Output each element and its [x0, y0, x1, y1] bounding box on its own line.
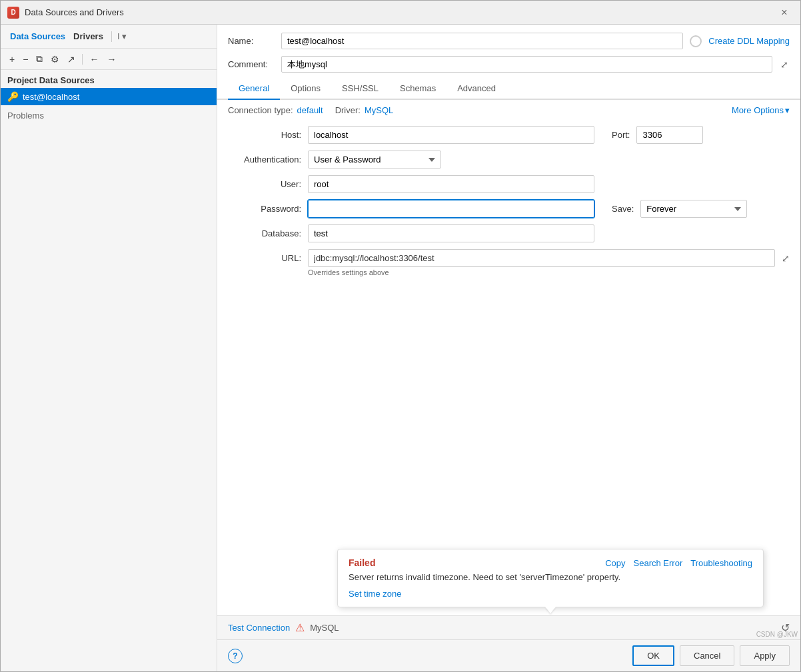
sidebar-toolbar: + − ⧉ ⚙ ↗ ← → [1, 49, 217, 70]
dialog-footer: ? OK Cancel Apply [217, 639, 800, 671]
error-message: Server returns invalid timezone. Need to… [349, 572, 752, 582]
help-button[interactable]: ? [228, 649, 243, 663]
url-hint: Overrides settings above [308, 268, 790, 276]
password-row: Password: Save: Forever [228, 200, 790, 218]
footer-bar: Failed Copy Search Error Troubleshooting… [217, 615, 800, 639]
auth-row: Authentication: User & Password [228, 151, 790, 168]
footer-buttons: OK Cancel Apply [632, 645, 790, 666]
name-label: Name: [228, 36, 275, 46]
error-failed-label: Failed [349, 557, 375, 568]
close-button[interactable]: × [775, 5, 794, 20]
settings-button[interactable]: ⚙ [47, 52, 63, 67]
name-row: Name: Create DDL Mapping [217, 25, 800, 53]
add-button[interactable]: + [6, 52, 18, 67]
window-title: Data Sources and Drivers [25, 7, 124, 17]
auth-select[interactable]: User & Password [308, 151, 441, 168]
main-content: Data Sources Drivers I ▾ + − ⧉ ⚙ ↗ ← → P… [1, 25, 800, 671]
separator [111, 31, 112, 42]
apply-button[interactable]: Apply [740, 645, 790, 666]
copy-button[interactable]: ⧉ [33, 51, 46, 67]
search-error-link[interactable]: Search Error [634, 558, 683, 568]
connection-info-row: Connection type: default Driver: MySQL M… [217, 100, 800, 121]
right-panel: Name: Create DDL Mapping Comment: ⤢ Gene… [217, 25, 800, 671]
auth-label: Authentication: [228, 155, 301, 165]
url-label: URL: [228, 253, 301, 263]
comment-row: Comment: ⤢ [217, 53, 800, 78]
host-row: Host: Port: [228, 126, 790, 144]
name-input[interactable] [281, 33, 683, 49]
error-popup: Failed Copy Search Error Troubleshooting… [337, 549, 764, 607]
remove-button[interactable]: − [19, 52, 31, 67]
url-row-inner: URL: ⤢ [228, 249, 790, 267]
troubleshooting-link[interactable]: Troubleshooting [690, 558, 752, 568]
title-bar-left: D Data Sources and Drivers [7, 7, 124, 19]
database-row: Database: [228, 224, 790, 242]
url-row: URL: ⤢ Overrides settings above [228, 249, 790, 276]
conn-type-value[interactable]: default [297, 105, 323, 115]
sidebar-item-test-localhost[interactable]: 🔑 test@localhost [1, 88, 217, 105]
user-row: User: [228, 175, 790, 193]
test-connection-link[interactable]: Test Connection [228, 623, 290, 633]
tab-schemas[interactable]: Schemas [389, 78, 446, 100]
password-label: Password: [228, 204, 301, 214]
driver-value[interactable]: MySQL [365, 105, 393, 115]
toolbar-divider [82, 54, 83, 65]
tab-advanced[interactable]: Advanced [446, 78, 506, 100]
data-sources-tab[interactable]: Data Sources [7, 30, 68, 43]
app-icon: D [7, 7, 19, 19]
sidebar-tabs: Data Sources Drivers I ▾ [1, 25, 217, 49]
comment-label: Comment: [228, 59, 275, 69]
database-icon: 🔑 [7, 91, 19, 102]
project-data-sources-label: Project Data Sources [1, 70, 217, 88]
conn-type-label: Connection type: [228, 105, 293, 115]
set-timezone-link[interactable]: Set time zone [349, 589, 402, 599]
error-header: Failed Copy Search Error Troubleshooting [349, 557, 752, 568]
host-input[interactable] [308, 126, 594, 144]
cancel-button[interactable]: Cancel [680, 645, 734, 666]
sidebar-item-label: test@localhost [23, 92, 79, 102]
watermark: CSDN @JKW [756, 631, 798, 638]
forward-button[interactable]: → [103, 52, 119, 67]
user-input[interactable] [308, 175, 594, 193]
create-ddl-link[interactable]: Create DDL Mapping [708, 36, 790, 46]
driver-label: Driver: [335, 105, 361, 115]
ok-button[interactable]: OK [632, 645, 674, 666]
comment-input[interactable] [281, 56, 772, 73]
host-label: Host: [228, 130, 301, 140]
database-input[interactable] [308, 224, 594, 242]
back-button[interactable]: ← [86, 52, 102, 67]
user-label: User: [228, 179, 301, 189]
password-input[interactable] [308, 200, 594, 218]
more-options-link[interactable]: More Options ▾ [732, 105, 790, 115]
status-warning-icon: ⚠ [295, 621, 305, 634]
url-expand-button[interactable]: ⤢ [782, 253, 790, 264]
port-input[interactable] [636, 126, 703, 144]
save-select[interactable]: Forever [640, 200, 747, 218]
comment-expand-button[interactable]: ⤢ [779, 58, 790, 71]
port-label: Port: [612, 130, 630, 140]
status-driver-label: MySQL [310, 623, 339, 633]
tab-options[interactable]: Options [280, 78, 331, 100]
sidebar-extra: I ▾ [117, 31, 127, 41]
form-section: Host: Port: Authentication: User & Passw… [217, 121, 800, 282]
tabs-row: General Options SSH/SSL Schemas Advanced [217, 78, 800, 100]
title-bar: D Data Sources and Drivers × [1, 1, 800, 25]
main-window: D Data Sources and Drivers × Data Source… [0, 0, 801, 672]
error-links: Copy Search Error Troubleshooting [605, 558, 752, 568]
tab-ssh-ssl[interactable]: SSH/SSL [331, 78, 389, 100]
database-label: Database: [228, 228, 301, 238]
copy-link[interactable]: Copy [605, 558, 625, 568]
status-indicator [690, 35, 702, 47]
url-input[interactable] [308, 249, 775, 267]
problems-label: Problems [1, 105, 217, 126]
save-label: Save: [612, 204, 634, 214]
drivers-tab[interactable]: Drivers [71, 30, 106, 43]
export-button[interactable]: ↗ [64, 52, 79, 67]
tab-general[interactable]: General [228, 78, 280, 100]
sidebar: Data Sources Drivers I ▾ + − ⧉ ⚙ ↗ ← → P… [1, 25, 217, 671]
